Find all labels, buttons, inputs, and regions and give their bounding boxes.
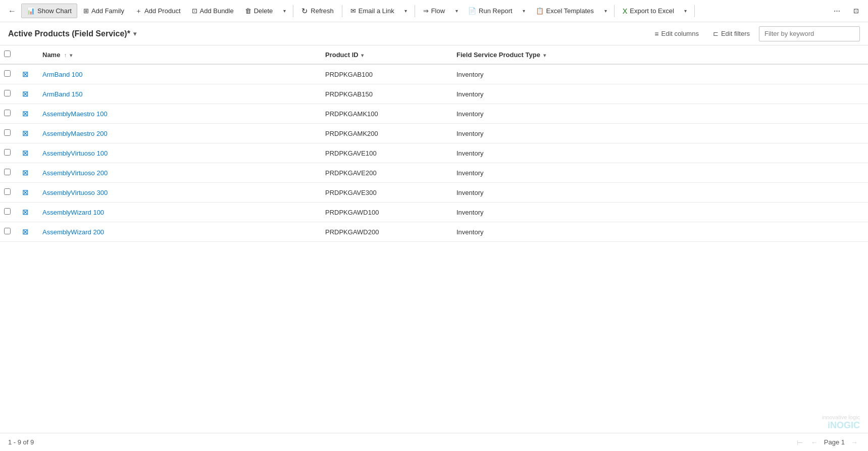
email-dropdown-arrow[interactable]: ▾ <box>400 3 412 19</box>
row-name[interactable]: ArmBand 100 <box>36 64 319 84</box>
delete-dropdown-arrow[interactable]: ▾ <box>279 3 290 19</box>
row-name[interactable]: AssemblyVirtuoso 100 <box>36 143 319 163</box>
row-select-checkbox[interactable] <box>4 149 11 156</box>
product-name-link[interactable]: ArmBand 150 <box>42 90 83 98</box>
record-count: 1 - 9 of 9 <box>8 438 34 446</box>
show-chart-label: Show Chart <box>37 7 72 15</box>
row-field-service-type: Inventory <box>450 222 868 242</box>
select-all-checkbox[interactable] <box>4 51 11 57</box>
row-field-service-type: Inventory <box>450 183 868 203</box>
email-icon: ✉ <box>350 7 356 15</box>
row-product-id: PRDPKGAVE200 <box>319 163 450 183</box>
th-product-id[interactable]: Product ID ▾ <box>319 45 450 64</box>
flow-button[interactable]: ⇒ Flow <box>418 4 450 18</box>
email-link-button[interactable]: ✉ Email a Link <box>345 4 399 18</box>
flow-dropdown-arrow[interactable]: ▾ <box>451 3 462 19</box>
pin-button[interactable]: ⊡ <box>848 4 864 18</box>
edit-filters-button[interactable]: ⊏ Edit filters <box>708 27 755 40</box>
table-row[interactable]: ⊠AssemblyVirtuoso 100PRDPKGAVE100Invento… <box>0 143 868 163</box>
delete-button[interactable]: 🗑 Delete <box>240 4 278 18</box>
row-select-checkbox[interactable] <box>4 129 11 136</box>
row-checkbox[interactable] <box>0 163 16 183</box>
refresh-button[interactable]: ↻ Refresh <box>296 4 339 19</box>
row-checkbox[interactable] <box>0 183 16 203</box>
row-name[interactable]: AssemblyVirtuoso 200 <box>36 163 319 183</box>
row-select-checkbox[interactable] <box>4 110 11 116</box>
table-row[interactable]: ⊠AssemblyVirtuoso 200PRDPKGAVE200Invento… <box>0 163 868 183</box>
row-select-checkbox[interactable] <box>4 70 11 77</box>
row-name[interactable]: AssemblyMaestro 100 <box>36 104 319 124</box>
product-family-icon: ⊠ <box>22 148 29 158</box>
table-row[interactable]: ⊠AssemblyVirtuoso 300PRDPKGAVE300Invento… <box>0 183 868 203</box>
row-field-service-type: Inventory <box>450 104 868 124</box>
name-filter-icon[interactable]: ▾ <box>70 53 72 58</box>
th-field-service-type[interactable]: Field Service Product Type ▾ <box>450 45 868 64</box>
table-row[interactable]: ⊠ArmBand 100PRDPKGAB100Inventory <box>0 64 868 84</box>
back-button[interactable]: ← <box>4 3 20 19</box>
back-icon: ← <box>8 7 16 16</box>
row-field-service-type: Inventory <box>450 124 868 143</box>
table-row[interactable]: ⊠ArmBand 150PRDPKGAB150Inventory <box>0 84 868 104</box>
product-name-link[interactable]: AssemblyVirtuoso 300 <box>42 189 108 196</box>
row-checkbox[interactable] <box>0 222 16 242</box>
row-checkbox[interactable] <box>0 124 16 143</box>
row-checkbox[interactable] <box>0 143 16 163</box>
row-name[interactable]: AssemblyWizard 200 <box>36 222 319 242</box>
row-checkbox[interactable] <box>0 203 16 222</box>
product-family-icon: ⊠ <box>22 89 29 98</box>
row-name[interactable]: AssemblyWizard 100 <box>36 203 319 222</box>
product-name-link[interactable]: AssemblyVirtuoso 100 <box>42 149 108 157</box>
pin-icon: ⊡ <box>853 7 859 15</box>
th-product-id-label: Product ID <box>325 51 359 59</box>
add-product-button[interactable]: ＋ Add Product <box>130 4 186 19</box>
excel-templates-button[interactable]: 📋 Excel Templates <box>531 4 599 18</box>
title-dropdown-icon[interactable]: ▾ <box>133 30 136 37</box>
edit-columns-button[interactable]: ≡ Edit columns <box>649 27 704 40</box>
table-row[interactable]: ⊠AssemblyMaestro 200PRDPKGAMK200Inventor… <box>0 124 868 143</box>
row-select-checkbox[interactable] <box>4 208 11 215</box>
row-type-icon: ⊠ <box>16 222 36 242</box>
product-id-filter-icon[interactable]: ▾ <box>361 53 364 58</box>
product-name-link[interactable]: AssemblyVirtuoso 200 <box>42 169 108 177</box>
run-report-button[interactable]: 📄 Run Report <box>463 4 517 18</box>
export-dropdown-arrow[interactable]: ▾ <box>680 3 691 19</box>
table-row[interactable]: ⊠AssemblyWizard 200PRDPKGAWD200Inventory <box>0 222 868 242</box>
show-chart-button[interactable]: 📊 Show Chart <box>21 4 77 18</box>
add-family-button[interactable]: ⊞ Add Family <box>78 4 129 18</box>
row-select-checkbox[interactable] <box>4 188 11 195</box>
prev-page-button[interactable]: ← <box>809 437 820 447</box>
table-row[interactable]: ⊠AssemblyMaestro 100PRDPKGAMK100Inventor… <box>0 104 868 124</box>
product-name-link[interactable]: AssemblyWizard 200 <box>42 228 104 236</box>
first-page-button[interactable]: ⊢ <box>795 437 805 447</box>
excel-templates-dropdown-arrow[interactable]: ▾ <box>600 3 611 19</box>
filter-input[interactable] <box>759 26 860 41</box>
run-report-dropdown-arrow[interactable]: ▾ <box>519 3 530 19</box>
export-to-excel-button[interactable]: X Export to Excel <box>618 4 679 18</box>
product-name-link[interactable]: AssemblyWizard 100 <box>42 209 104 216</box>
th-checkbox[interactable] <box>0 45 16 64</box>
product-family-icon: ⊠ <box>22 208 29 217</box>
product-name-link[interactable]: ArmBand 100 <box>42 71 83 78</box>
th-name[interactable]: Name ↑ ▾ <box>36 45 319 64</box>
row-name[interactable]: ArmBand 150 <box>36 84 319 104</box>
export-to-excel-label: Export to Excel <box>630 7 674 15</box>
delete-label: Delete <box>254 7 273 15</box>
row-name[interactable]: AssemblyMaestro 200 <box>36 124 319 143</box>
row-select-checkbox[interactable] <box>4 228 11 234</box>
row-checkbox[interactable] <box>0 104 16 124</box>
next-page-button[interactable]: → <box>849 437 860 447</box>
table-container: Name ↑ ▾ Product ID ▾ Field Service Prod… <box>0 45 868 433</box>
row-select-checkbox[interactable] <box>4 169 11 175</box>
row-checkbox[interactable] <box>0 64 16 84</box>
table-row[interactable]: ⊠AssemblyWizard 100PRDPKGAWD100Inventory <box>0 203 868 222</box>
field-service-filter-icon[interactable]: ▾ <box>543 53 546 58</box>
add-bundle-button[interactable]: ⊡ Add Bundle <box>187 4 239 18</box>
row-checkbox[interactable] <box>0 84 16 104</box>
row-name[interactable]: AssemblyVirtuoso 300 <box>36 183 319 203</box>
product-name-link[interactable]: AssemblyMaestro 100 <box>42 110 108 118</box>
product-family-icon: ⊠ <box>22 227 29 236</box>
product-name-link[interactable]: AssemblyMaestro 200 <box>42 130 108 137</box>
row-select-checkbox[interactable] <box>4 90 11 96</box>
more-button[interactable]: ⋯ <box>829 4 845 18</box>
add-family-label: Add Family <box>91 7 124 15</box>
